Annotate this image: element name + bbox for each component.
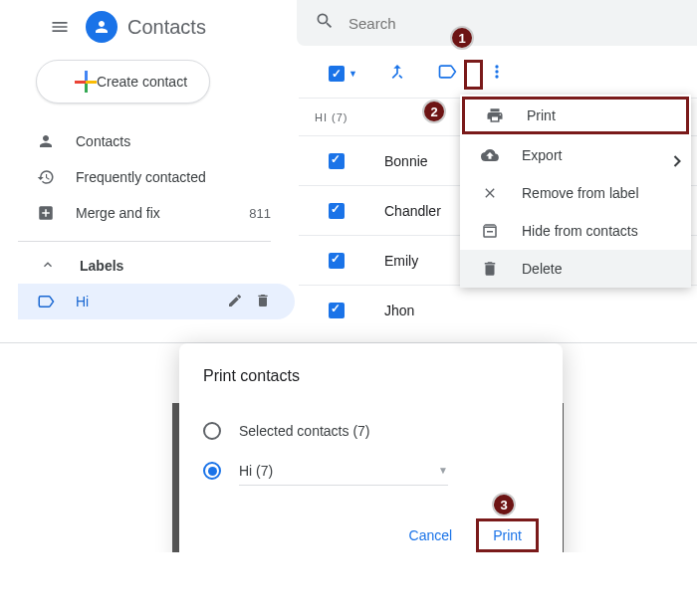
sidebar-item-contacts[interactable]: Contacts [18,123,295,159]
divider [18,241,271,242]
print-button[interactable]: Print [489,525,526,545]
menu-item-label: Export [522,147,562,163]
chevron-up-icon [40,257,56,276]
select-all-checkbox[interactable]: ▼ [329,66,357,82]
labels-header-text: Labels [80,258,123,274]
sidebar-item-label: Contacts [76,133,271,149]
sidebar-item-label: Frequently contacted [76,169,271,185]
checkbox[interactable] [329,203,345,219]
label-icon[interactable] [437,62,457,86]
person-icon [36,132,56,150]
chevron-right-icon[interactable] [667,147,687,179]
app-title: Contacts [127,16,206,39]
checkbox-icon [329,66,345,82]
create-contact-button[interactable]: Create contact [36,60,210,103]
pencil-icon[interactable] [227,293,243,311]
trash-icon [480,260,500,278]
cancel-button[interactable]: Cancel [405,525,457,545]
sidebar-item-frequent[interactable]: Frequently contacted [18,159,295,195]
dropdown-icon: ▼ [438,465,448,476]
close-icon [480,185,500,201]
menu-item-label: Delete [522,261,562,277]
menu-item-print[interactable]: Print [462,97,689,134]
label-icon [36,293,56,310]
contact-name: Jhon [384,303,414,318]
label-select[interactable]: Hi (7) ▼ [239,456,448,486]
radio-selected-contacts[interactable] [203,422,221,440]
avatar [86,11,117,43]
menu-item-label: Hide from contacts [522,223,638,239]
contact-name: Chandler [384,203,441,219]
sidebar-label-hi[interactable]: Hi [18,284,295,319]
print-icon [485,106,505,124]
create-contact-label: Create contact [97,74,187,90]
search-icon [315,11,335,35]
checkbox[interactable] [329,153,345,169]
menu-item-label: Remove from label [522,185,639,201]
history-icon [36,168,56,186]
dialog-title: Print contacts [203,367,539,385]
menu-item-label: Print [527,107,556,123]
print-dialog: Print contacts Selected contacts (7) Hi … [179,343,563,552]
merge-count: 811 [249,206,271,221]
checkbox[interactable] [329,303,345,318]
trash-icon[interactable] [255,293,271,311]
search-bar[interactable] [297,0,697,46]
sidebar-label-name: Hi [76,294,227,309]
menu-item-export[interactable]: Export [460,136,691,174]
step-badge-2: 2 [422,100,446,123]
menu-item-remove[interactable]: Remove from label [460,174,691,212]
merge-icon[interactable] [387,62,407,86]
more-button[interactable] [487,62,507,86]
plus-icon [63,71,85,93]
labels-header[interactable]: Labels [36,248,271,284]
menu-item-delete[interactable]: Delete [460,250,691,288]
checkbox[interactable] [329,253,345,269]
menu-item-hide[interactable]: Hide from contacts [460,212,691,250]
main-menu-button[interactable] [50,17,70,37]
contact-name: Bonnie [384,153,428,169]
more-menu: Print Export Remove from label Hide from… [460,95,691,288]
sidebar-item-label: Merge and fix [76,205,249,221]
step-badge-3: 3 [492,493,516,516]
export-icon [480,146,500,164]
step-badge-1: 1 [450,26,474,50]
contact-row[interactable]: Jhon [299,285,697,334]
select-value: Hi (7) [239,463,273,479]
merge-icon [36,204,56,222]
dropdown-icon: ▼ [348,69,357,79]
sidebar-item-merge[interactable]: Merge and fix 811 [18,195,295,231]
archive-icon [480,222,500,240]
radio-label: Selected contacts (7) [239,423,370,439]
radio-label-contacts[interactable] [203,462,221,480]
contact-name: Emily [384,253,418,269]
